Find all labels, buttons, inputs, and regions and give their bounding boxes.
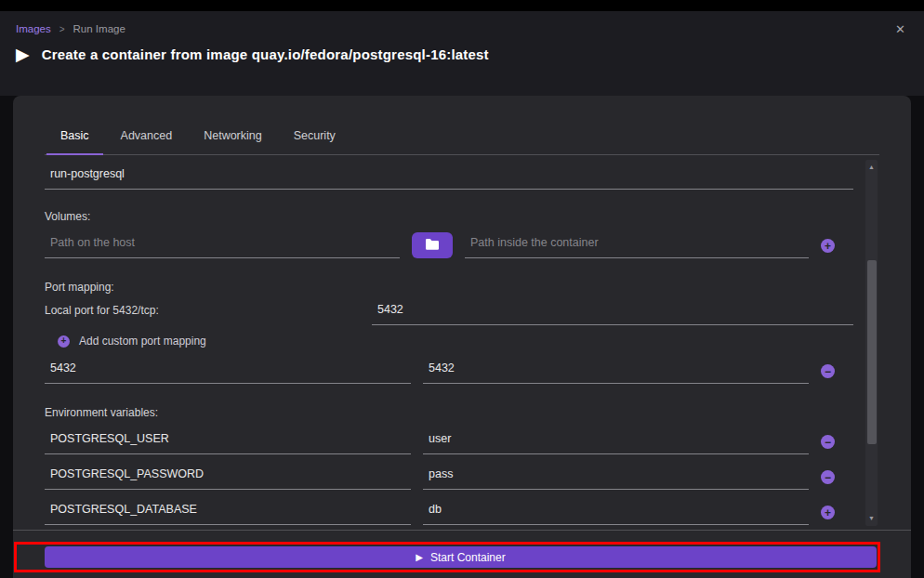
close-icon[interactable]: ✕ [891,20,909,38]
container-port-input[interactable] [423,360,809,384]
volumes-label: Volumes: [45,210,853,223]
env-row: − [45,462,853,490]
form-content: Volumes: + Port mapping: Local po [45,156,853,525]
remove-env-icon[interactable]: − [821,470,835,484]
add-env-icon[interactable]: + [821,506,835,519]
app-window: Images > Run Image ✕ ▶ Create a containe… [0,0,924,578]
env-name-input[interactable] [45,430,411,454]
scroll-down-icon[interactable]: ▼ [865,513,878,524]
remove-env-icon[interactable]: − [821,435,835,449]
env-row: + [45,497,853,525]
breadcrumb-images-link[interactable]: Images [16,23,51,34]
volume-row: + [45,230,853,258]
start-container-button[interactable]: ▶ Start Container [45,546,877,568]
env-row: − [45,427,853,454]
remove-port-icon[interactable]: − [821,364,835,378]
env-name-input[interactable] [45,466,411,490]
add-icon: + [58,335,70,348]
form-scroll-area: Volumes: + Port mapping: Local po [45,156,878,530]
run-image-panel: Basic Advanced Networking Security Volum… [13,96,911,578]
env-variables-label: Environment variables: [45,406,853,419]
local-port-row: Local port for 5432/tcp: [45,297,853,325]
play-icon: ▶ [16,46,30,63]
tab-basic[interactable]: Basic [45,129,105,154]
title-row: ▶ Create a container from image quay.io/… [16,46,909,63]
window-titlebar [0,0,924,11]
scroll-up-icon[interactable]: ▲ [865,162,878,173]
footer-divider [13,530,911,531]
breadcrumb-separator: > [59,24,65,34]
local-port-label: Local port for 5432/tcp: [45,304,372,325]
container-name-input[interactable] [45,165,853,190]
add-volume-icon[interactable]: + [821,239,835,253]
env-value-input[interactable] [423,466,809,490]
local-port-input[interactable] [372,301,853,325]
env-value-input[interactable] [423,430,809,454]
page-title: Create a container from image quay.io/fe… [42,46,489,62]
add-custom-port-label: Add custom port mapping [79,335,206,348]
container-path-input[interactable] [465,234,809,258]
page-header: Images > Run Image ✕ ▶ Create a containe… [0,11,924,96]
tab-networking[interactable]: Networking [188,129,278,154]
browse-folder-button[interactable] [412,232,453,258]
host-port-input[interactable] [45,360,411,384]
scrollbar-thumb[interactable] [867,260,877,444]
custom-port-row: − [45,356,853,384]
port-mapping-label: Port mapping: [45,281,853,294]
scrollbar[interactable]: ▲ ▼ [865,160,878,526]
breadcrumb: Images > Run Image ✕ [16,20,909,38]
start-container-label: Start Container [430,551,506,564]
play-icon: ▶ [416,553,423,562]
tab-security[interactable]: Security [278,129,351,154]
breadcrumb-current: Run Image [73,23,125,34]
tab-advanced[interactable]: Advanced [105,129,189,154]
env-name-input[interactable] [45,501,411,525]
host-path-input[interactable] [45,234,400,258]
tab-bar: Basic Advanced Networking Security [45,96,879,155]
add-custom-port-button[interactable]: + Add custom port mapping [58,334,853,348]
folder-icon [425,238,440,253]
env-value-input[interactable] [423,501,809,525]
